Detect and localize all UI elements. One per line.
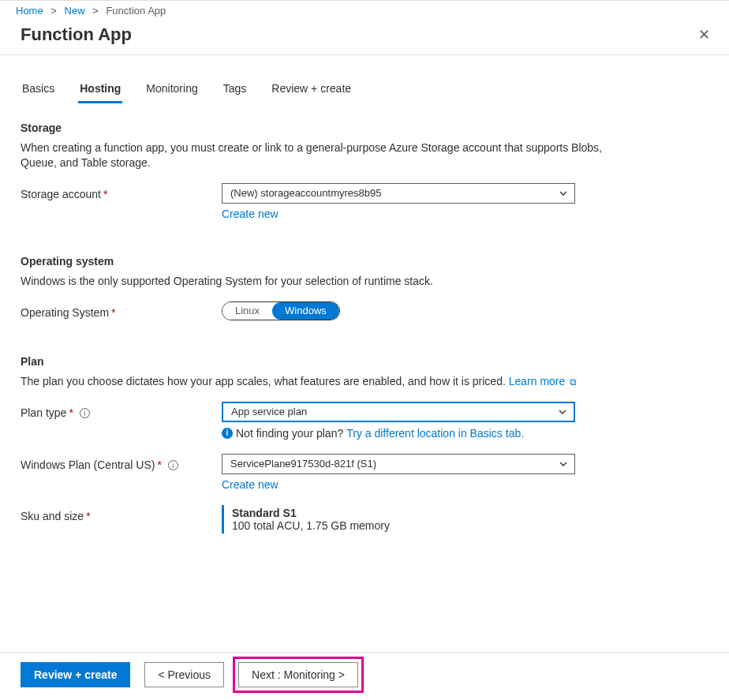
page-title: Function App [21,24,693,45]
breadcrumb-new[interactable]: New [65,5,85,17]
previous-button[interactable]: < Previous [144,662,224,687]
close-icon: ✕ [698,27,710,43]
review-create-button[interactable]: Review + create [21,662,130,687]
plan-learn-more-link[interactable]: Learn more ⧉ [509,375,577,387]
plan-type-value: App service plan [231,406,307,417]
section-storage-desc: When creating a function app, you must c… [21,140,620,170]
section-os-desc: Windows is the only supported Operating … [21,274,620,289]
sku-detail: 100 total ACU, 1.75 GB memory [232,519,575,532]
chevron-right-icon: > [50,5,57,17]
breadcrumb-home[interactable]: Home [16,5,43,17]
plan-not-finding-text: Not finding your plan? [236,427,343,440]
external-link-icon: ⧉ [566,376,576,387]
info-icon[interactable]: i [168,460,178,470]
tab-monitoring[interactable]: Monitoring [144,79,199,103]
os-option-windows[interactable]: Windows [272,302,339,320]
windows-plan-create-new-link[interactable]: Create new [222,478,279,491]
chevron-down-icon [559,189,568,198]
section-os-title: Operating system [21,255,708,268]
windows-plan-value: ServicePlane917530d-821f (S1) [230,458,376,470]
chevron-down-icon [559,459,568,469]
chevron-down-icon [558,407,567,417]
sku-label: Sku and size* [21,505,222,522]
tab-basics[interactable]: Basics [21,79,56,103]
plan-type-label: Plan type* i [21,402,222,419]
section-storage-title: Storage [21,122,708,134]
tab-bar: Basics Hosting Monitoring Tags Review + … [21,79,708,104]
tab-tags[interactable]: Tags [222,79,249,103]
footer-bar: Review + create < Previous Next : Monito… [0,652,729,700]
info-circle-icon: i [222,428,233,439]
plan-not-finding-link[interactable]: Try a different location in Basics tab. [346,427,524,440]
windows-plan-label: Windows Plan (Central US)* i [21,454,222,471]
sku-summary: Standard S1 100 total ACU, 1.75 GB memor… [222,505,575,533]
info-icon[interactable]: i [80,408,90,418]
tab-hosting[interactable]: Hosting [78,79,122,103]
section-plan-title: Plan [21,355,708,368]
storage-account-dropdown[interactable]: (New) storageaccountmyres8b95 [222,183,575,204]
storage-create-new-link[interactable]: Create new [222,208,279,220]
close-button[interactable]: ✕ [693,23,715,47]
section-plan-desc: The plan you choose dictates how your ap… [21,374,620,389]
plan-type-dropdown[interactable]: App service plan [222,402,575,422]
os-toggle: Linux Windows [222,301,340,320]
windows-plan-dropdown[interactable]: ServicePlane917530d-821f (S1) [222,454,575,474]
os-option-linux[interactable]: Linux [222,302,272,320]
next-monitoring-button[interactable]: Next : Monitoring > [238,662,358,687]
storage-account-value: (New) storageaccountmyres8b95 [230,187,381,199]
chevron-right-icon: > [92,5,99,17]
breadcrumb: Home > New > Function App [0,1,729,18]
breadcrumb-current: Function App [106,5,166,17]
os-label: Operating System* [21,301,222,319]
sku-name: Standard S1 [232,507,575,519]
storage-account-label: Storage account* [21,183,222,200]
tab-review-create[interactable]: Review + create [270,79,353,103]
